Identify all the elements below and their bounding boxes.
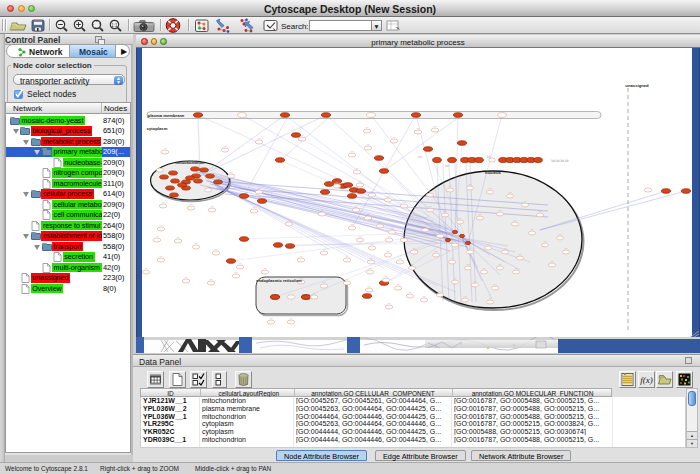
svg-text:lab: lab	[398, 257, 402, 259]
svg-text:lab: lab	[355, 167, 359, 169]
svg-text:lab: lab	[300, 134, 304, 136]
svg-text:lab: lab	[367, 285, 371, 287]
svg-text:lab: lab	[433, 125, 437, 127]
svg-text:1:1: 1:1	[111, 23, 118, 28]
svg-text:lab: lab	[289, 317, 293, 319]
svg-text:lab: lab	[234, 271, 238, 273]
svg-text:lab: lab	[445, 164, 449, 168]
svg-text:lab: lab	[223, 145, 227, 147]
svg-text:lab: lab	[214, 248, 218, 250]
svg-text:lab: lab	[238, 262, 242, 264]
svg-text:lab: lab	[366, 143, 370, 145]
svg-text:lab: lab	[229, 171, 233, 173]
svg-text:lab: lab	[387, 302, 391, 304]
svg-text:endoplasmic reticulum: endoplasmic reticulum	[256, 278, 302, 283]
svg-text:lab: lab	[358, 180, 362, 182]
svg-text:lab: lab	[210, 205, 214, 207]
svg-text:lab lab lab lab: lab lab lab lab	[551, 159, 569, 163]
svg-text:nucleus: nucleus	[485, 170, 501, 175]
svg-text:cytoplasm: cytoplasm	[147, 126, 168, 131]
svg-text:lab: lab	[322, 248, 326, 250]
svg-text:lab: lab	[299, 255, 303, 257]
svg-text:lab: lab	[257, 137, 261, 139]
svg-text:lab: lab	[269, 317, 273, 319]
svg-text:lab: lab	[354, 205, 358, 207]
svg-text:lab: lab	[176, 236, 180, 238]
svg-text:lab: lab	[369, 257, 373, 259]
svg-text:lab: lab	[263, 267, 267, 269]
svg-text:lab: lab	[194, 242, 198, 244]
svg-text:lab: lab	[365, 126, 369, 128]
svg-text:lab: lab	[422, 295, 426, 297]
svg-text:lab: lab	[161, 201, 165, 203]
svg-text:lab: lab	[370, 190, 374, 192]
svg-text:lab: lab	[350, 150, 354, 152]
svg-text:lab: lab	[159, 255, 163, 257]
svg-text:lab: lab	[387, 235, 391, 237]
svg-text:unassigned: unassigned	[625, 83, 649, 88]
svg-text:mitochondrion: mitochondrion	[175, 160, 205, 165]
svg-text:lab: lab	[392, 136, 396, 138]
svg-text:lab: lab	[159, 224, 163, 226]
svg-text:lab: lab	[209, 278, 213, 280]
svg-text:lab: lab	[384, 275, 388, 277]
svg-text:lab: lab	[345, 255, 349, 257]
svg-text:lab: lab	[155, 235, 159, 237]
svg-text:lab: lab	[386, 250, 390, 252]
svg-text:lab: lab	[184, 276, 188, 278]
svg-text:lab: lab	[408, 291, 412, 293]
svg-text:lab: lab	[396, 283, 400, 285]
svg-text:lab: lab	[163, 147, 167, 149]
svg-text:plasma membrane: plasma membrane	[148, 113, 185, 118]
svg-text:lab: lab	[418, 155, 422, 159]
svg-text:lab: lab	[144, 267, 148, 269]
svg-text:f(x): f(x)	[640, 375, 653, 385]
svg-text:lab: lab	[189, 203, 193, 205]
svg-text:lab: lab	[368, 267, 372, 269]
